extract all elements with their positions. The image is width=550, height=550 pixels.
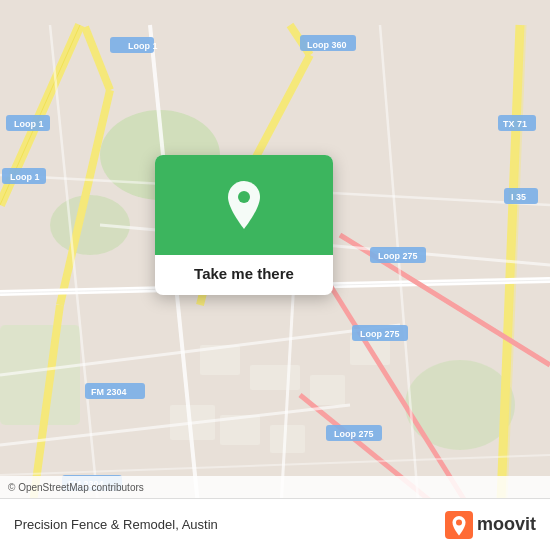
svg-point-64 [456,519,462,525]
tooltip-card: Take me there [155,155,333,295]
moovit-icon [445,511,473,539]
svg-text:I 35: I 35 [511,192,526,202]
svg-text:Loop 1: Loop 1 [10,172,40,182]
svg-point-2 [50,195,130,255]
svg-text:FM 2304: FM 2304 [91,387,127,397]
tooltip-body: Take me there [155,255,333,295]
copyright-bar: © OpenStreetMap contributors [0,476,550,498]
svg-text:TX 71: TX 71 [503,119,527,129]
svg-text:Loop 360: Loop 360 [307,40,347,50]
take-me-there-button[interactable]: Take me there [169,265,319,282]
tooltip-header [155,155,333,255]
moovit-brand-text: moovit [477,514,536,535]
svg-point-62 [238,191,250,203]
svg-rect-10 [270,425,305,453]
bottom-bar: Precision Fence & Remodel, Austin moovit [0,498,550,550]
moovit-logo: moovit [445,511,536,539]
svg-text:Loop 275: Loop 275 [334,429,374,439]
svg-text:Loop 275: Loop 275 [360,329,400,339]
svg-text:Loop 1: Loop 1 [14,119,44,129]
svg-rect-7 [310,375,345,405]
map-container: Loop 1 Loop 360 Loop 1 Loop 1 TX 71 I 35… [0,0,550,550]
svg-text:Loop 1: Loop 1 [128,41,158,51]
location-pin-icon [222,179,266,231]
copyright-text: © OpenStreetMap contributors [8,482,144,493]
svg-text:Loop 275: Loop 275 [378,251,418,261]
svg-point-3 [405,360,515,450]
svg-rect-6 [250,365,300,390]
location-text: Precision Fence & Remodel, Austin [14,517,218,532]
